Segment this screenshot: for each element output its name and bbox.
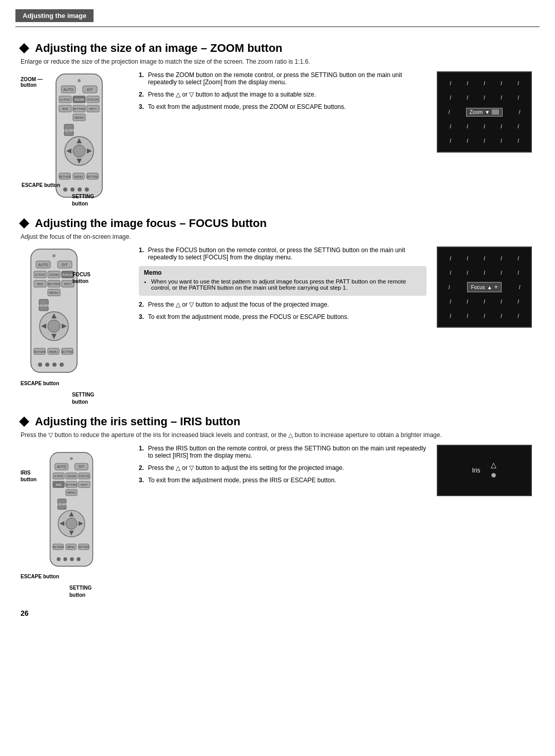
focus-step-2: 2. Press the △ or ▽ button to adjust the…: [139, 301, 427, 308]
zoom-highlight: Zoom ▼: [466, 108, 503, 117]
svg-text:MENU: MENU: [49, 350, 58, 353]
svg-text:RETURN: RETURN: [53, 545, 64, 549]
zoom-display-col: I I I I I I I I I I: [437, 71, 534, 153]
memo-item-1: When you want to use the test pattern to…: [151, 278, 421, 291]
svg-text:PATT: PATT: [81, 483, 88, 486]
svg-text:E.POS: E.POS: [61, 98, 70, 101]
svg-text:SETTING: SETTING: [72, 107, 86, 110]
focus-display-col: I I I I I I I I I I I: [437, 247, 534, 328]
diamond-icon: [19, 43, 29, 53]
svg-text:D/T: D/T: [79, 465, 84, 468]
svg-point-23: [73, 145, 85, 157]
zoom-step-3: 3. To exit from the adjustment mode, pre…: [139, 103, 427, 110]
svg-text:ESCAPE: ESCAPE: [57, 503, 67, 506]
svg-text:SETTING: SETTING: [86, 175, 99, 178]
svg-point-112: [70, 557, 73, 561]
svg-point-35: [70, 187, 75, 192]
svg-point-36: [78, 187, 82, 192]
section-zoom: Adjusting the size of an image – ZOOM bu…: [21, 42, 534, 207]
svg-text:MENU: MENU: [49, 291, 59, 294]
focus-desc: Adjust the focus of the on-screen image.: [21, 233, 534, 240]
focus-button-label: FOCUS: [72, 272, 90, 277]
svg-point-77: [70, 457, 73, 460]
svg-text:IRIS: IRIS: [37, 282, 43, 286]
zoom-step-1: 1. Press the ZOOM button on the remote c…: [139, 71, 427, 86]
iris-arrow-controls: △ ●: [490, 461, 496, 481]
svg-point-37: [85, 187, 89, 192]
focus-step-3: 3. To exit from the adjustment mode, pre…: [139, 313, 427, 320]
zoom-button-label: ZOOM — button: [21, 77, 43, 88]
focus-memo-box: Memo When you want to use the test patte…: [139, 266, 427, 296]
svg-point-34: [63, 187, 67, 192]
zoom-step-2: 2. Press the △ or ▽ button to adjust the…: [139, 91, 427, 98]
iris-steps-col: 1. Press the IRIS button on the remote c…: [139, 445, 427, 489]
svg-text:ESCAPE: ESCAPE: [38, 304, 50, 307]
focus-escape-label: ESCAPE button: [21, 381, 59, 386]
iris-display-panel: Iris △ ●: [437, 445, 532, 496]
svg-text:D/T: D/T: [87, 88, 93, 91]
focus-remote-svg: AUTO D/T E.POS ZOOM FOCUS IRIS SETTING: [21, 247, 87, 385]
iris-remote-col: IRIS button AUTO D/T E.POS ZOOM: [21, 445, 128, 599]
svg-text:AUTO: AUTO: [38, 263, 48, 267]
zoom-display-panel: I I I I I I I I I I: [437, 71, 532, 153]
svg-text:MENU: MENU: [67, 545, 75, 549]
zoom-desc: Enlarge or reduce the size of the projec…: [21, 58, 534, 65]
svg-text:ZOOM: ZOOM: [67, 475, 76, 478]
svg-text:SETTING: SETTING: [78, 545, 89, 549]
svg-point-61: [48, 320, 60, 332]
memo-title: Memo: [144, 269, 421, 276]
focus-steps-col: 1. Press the FOCUS button on the remote …: [139, 247, 427, 326]
iris-title: Adjusting the iris setting – IRIS button: [21, 415, 534, 428]
zoom-steps-col: 1. Press the ZOOM button on the remote c…: [139, 71, 427, 116]
iris-button-label: IRIS: [21, 470, 30, 476]
zoom-setting-label: SETTING: [72, 194, 94, 199]
focus-title: Adjusting the image focus – FOCUS button: [21, 217, 534, 230]
svg-text:PATT: PATT: [89, 107, 97, 110]
iris-desc: Press the ▽ button to reduce the apertur…: [21, 431, 534, 439]
svg-text:E.POS: E.POS: [35, 273, 45, 276]
svg-point-72: [38, 363, 42, 367]
section-focus: Adjusting the image focus – FOCUS button…: [21, 217, 534, 406]
focus-step-1: 1. Press the FOCUS button on the remote …: [139, 247, 427, 261]
focus-remote-col: AUTO D/T E.POS ZOOM FOCUS IRIS SETTING: [21, 247, 128, 406]
svg-text:AUTO: AUTO: [63, 88, 73, 91]
zoom-remote-col: ZOOM — button AUTO D/T: [21, 71, 128, 207]
svg-point-99: [66, 518, 77, 529]
svg-point-1: [78, 79, 81, 82]
diamond-icon-2: [19, 218, 29, 229]
svg-point-74: [52, 363, 57, 367]
svg-text:RETURN: RETURN: [34, 350, 46, 353]
iris-step-3: 3. To exit from the adjustment mode, pre…: [139, 477, 427, 484]
svg-text:E.POS: E.POS: [54, 475, 63, 478]
svg-text:MENU: MENU: [75, 175, 83, 178]
svg-text:SETTING: SETTING: [47, 282, 61, 286]
iris-display-label: Iris: [472, 467, 480, 474]
focus-display-panel: I I I I I I I I I I I: [437, 247, 532, 328]
svg-text:ESCAPE: ESCAPE: [63, 129, 75, 132]
svg-text:ZOOM: ZOOM: [75, 98, 84, 101]
section-iris: Adjusting the iris setting – IRIS button…: [21, 415, 534, 599]
iris-remote-svg: AUTO D/T E.POS ZOOM FOCUS IRIS SETTING: [41, 445, 102, 583]
iris-step-2: 2. Press the △ or ▽ button to adjust the…: [139, 464, 427, 471]
svg-text:MENU: MENU: [75, 116, 84, 119]
iris-step-1: 1. Press the IRIS button on the remote c…: [139, 445, 427, 459]
svg-text:FOCUS: FOCUS: [79, 475, 89, 478]
svg-point-111: [63, 557, 67, 561]
svg-point-73: [45, 363, 49, 367]
zoom-remote-svg: AUTO D/T E.POS ZOOM FOCUS IRIS: [46, 71, 113, 210]
svg-text:SETTING: SETTING: [61, 350, 73, 353]
zoom-title: Adjusting the size of an image – ZOOM bu…: [21, 42, 534, 55]
iris-display-col: Iris △ ●: [437, 445, 534, 496]
svg-text:ZOOM: ZOOM: [49, 273, 59, 276]
focus-setting-label: SETTING: [72, 392, 94, 398]
svg-text:IRIS: IRIS: [62, 107, 68, 110]
svg-text:RETURN: RETURN: [59, 175, 70, 178]
svg-text:MENU: MENU: [67, 491, 76, 494]
svg-text:FOCUS: FOCUS: [87, 98, 98, 101]
svg-point-39: [52, 254, 55, 257]
focus-highlight: Focus ▲ +: [467, 282, 501, 292]
svg-point-75: [60, 363, 64, 367]
svg-text:IRIS: IRIS: [56, 483, 62, 486]
svg-text:PATT: PATT: [64, 282, 72, 286]
svg-text:FOCUS: FOCUS: [63, 273, 73, 276]
